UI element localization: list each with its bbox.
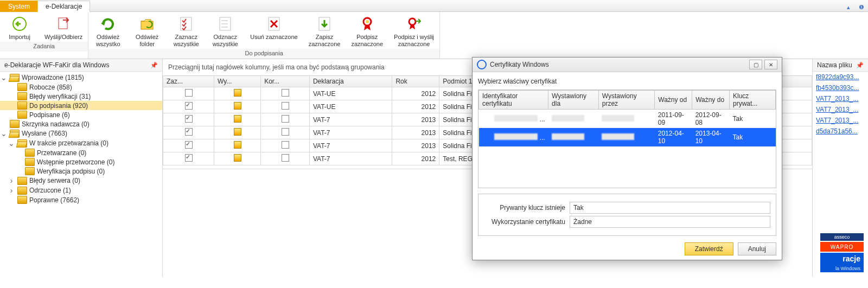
caret-open-icon[interactable]: ⌄ — [8, 139, 15, 148]
grid-header[interactable]: Kor... — [261, 76, 310, 87]
sign-send-selected-button[interactable]: Podpisz i wyślijzaznaczone — [388, 12, 439, 49]
cert-cell — [598, 128, 655, 146]
select-all-button[interactable]: Zaznaczwszystkie — [167, 12, 206, 49]
caret-closed-icon[interactable]: › — [8, 186, 15, 195]
tree-node[interactable]: Poprawne (7662) — [0, 195, 162, 204]
tab-system[interactable]: System — [0, 1, 38, 12]
send-receive-icon — [55, 15, 72, 33]
dialog-gear-icon — [477, 60, 487, 69]
folder-tree[interactable]: ⌄Wprowadzone (1815)Robocze (858)Błędy we… — [0, 72, 162, 277]
cert-grid-header[interactable]: Wystawiony przez — [598, 91, 655, 110]
checkbox-icon[interactable] — [282, 89, 289, 97]
sign-selected-label: Podpiszzaznaczone — [351, 34, 383, 48]
cert-grid-header[interactable]: Klucz prywat... — [730, 91, 776, 110]
tree-node[interactable]: Do podpisania (920) — [0, 101, 162, 110]
checkbox-icon[interactable] — [282, 141, 289, 149]
cert-grid-header[interactable]: Wystawiony dla — [548, 91, 599, 110]
tree-node[interactable]: Błędy weryfikacji (31) — [0, 92, 162, 101]
file-link[interactable]: VAT7_2013_... — [813, 115, 868, 126]
refresh-all-button[interactable]: Odświeżwszystko — [88, 12, 127, 49]
tree-node-label: Do podpisania (920) — [29, 102, 160, 110]
dialog-maximize-button[interactable]: ▢ — [749, 60, 762, 69]
tree-node[interactable]: ⌄Wprowadzone (1815) — [0, 73, 162, 82]
certificates-grid[interactable]: Identyfikator certyfikatuWystawiony dlaW… — [478, 90, 776, 146]
checkbox-icon[interactable] — [282, 115, 289, 123]
tab-edeklaracje[interactable]: e-Deklaracje — [37, 1, 90, 12]
folder-icon — [17, 187, 27, 195]
cert-row[interactable]: ...2012-04-102013-04-10Tak — [479, 128, 776, 146]
dialog-close-button[interactable]: ✕ — [764, 60, 777, 69]
grid-header[interactable]: Deklaracja — [309, 76, 392, 87]
tree-node[interactable]: Weryfikacja podpisu (0) — [0, 167, 162, 176]
import-button[interactable]: Importuj — [0, 12, 39, 42]
import-icon — [11, 15, 28, 33]
checkbox-icon[interactable] — [282, 102, 289, 110]
checkbox-icon[interactable] — [282, 154, 289, 162]
caret-open-icon[interactable]: ⌄ — [0, 129, 8, 138]
tree-node[interactable]: ⌄W trakcie przetwarzania (0) — [0, 138, 162, 148]
checkbox-icon[interactable] — [185, 89, 193, 97]
grid-header[interactable]: Zaz... — [163, 76, 214, 87]
table-cell — [261, 87, 310, 100]
checkbox-icon[interactable] — [185, 102, 193, 110]
checkbox-icon[interactable] — [282, 128, 289, 136]
pin-icon[interactable]: 📌 — [150, 62, 158, 69]
cert-grid-header[interactable]: Ważny od — [655, 91, 692, 110]
table-cell — [163, 87, 214, 100]
tree-node-label: Wprowadzone (1815) — [22, 74, 160, 81]
tree-node[interactable]: ⌄Wysłane (7663) — [0, 129, 162, 138]
tree-node-label: Błędy weryfikacji (31) — [29, 93, 160, 100]
cert-usage-value: Żadne — [570, 216, 770, 228]
table-cell — [261, 152, 310, 165]
file-link[interactable]: f8922da9c93... — [813, 72, 868, 82]
cert-grid-header[interactable]: Ważny do — [692, 91, 730, 110]
checkbox-icon[interactable] — [185, 141, 193, 149]
refresh-folder-button[interactable]: Odświeżfolder — [127, 12, 167, 49]
table-cell: 2013 — [392, 113, 439, 126]
help-icon[interactable]: ❶ — [857, 3, 866, 11]
caret-open-icon[interactable]: ⌄ — [0, 73, 8, 82]
folder-icon — [17, 196, 27, 204]
checkbox-icon[interactable] — [185, 154, 193, 162]
ribbon-group-zadania: Importuj Wyślij/Odbierz Zadania — [0, 12, 88, 59]
sign-selected-button[interactable]: Podpiszzaznaczone — [346, 12, 388, 49]
ribbon-up-icon[interactable]: ▴ — [844, 3, 853, 11]
tree-node[interactable]: ›Odrzucone (1) — [0, 185, 162, 195]
tree-node-label: Skrzynka nadawcza (0) — [22, 120, 160, 128]
cert-grid-header[interactable]: Identyfikator certyfikatu — [479, 91, 548, 110]
refresh-all-label: Odświeżwszystko — [96, 34, 120, 48]
table-cell: 2012 — [392, 87, 439, 100]
right-pin-icon[interactable]: 📌 — [856, 62, 864, 69]
checkbox-icon[interactable] — [185, 115, 193, 123]
checkbox-icon[interactable] — [185, 128, 193, 136]
cert-cell: 2013-04-10 — [692, 128, 730, 146]
save-selected-label: Zapiszzaznaczone — [309, 34, 341, 48]
status-marker-icon — [234, 141, 241, 149]
tree-node[interactable]: Robocze (858) — [0, 82, 162, 92]
cancel-button[interactable]: Anuluj — [738, 242, 776, 255]
file-link[interactable]: d5da751a56... — [813, 126, 868, 137]
tree-node[interactable]: ›Błędy serwera (0) — [0, 176, 162, 185]
save-selected-button[interactable]: Zapiszzaznaczone — [303, 12, 346, 49]
file-link[interactable]: VAT7_2013_... — [813, 93, 868, 104]
file-link[interactable]: fb4530b393c... — [813, 82, 868, 93]
table-cell: 2013 — [392, 126, 439, 139]
folder-icon — [17, 83, 27, 91]
ribbon-caption-zadania: Zadania — [0, 42, 88, 52]
tree-node[interactable]: Skrzynka nadawcza (0) — [0, 119, 162, 129]
file-link[interactable]: VAT7_2013_... — [813, 104, 868, 115]
delete-selected-button[interactable]: Usuń zaznaczone — [245, 12, 303, 49]
tree-node[interactable]: Podpisane (6) — [0, 110, 162, 119]
left-pane: e-Deklaracje WF-FaKir dla Windows 📌 ⌄Wpr… — [0, 59, 163, 277]
caret-closed-icon[interactable]: › — [8, 176, 15, 185]
tree-node-label: Wstępnie przetworzone (0) — [37, 158, 160, 166]
grid-header[interactable]: Wy... — [214, 76, 261, 87]
tree-node[interactable]: Przetwarzane (0) — [0, 148, 162, 157]
cert-row[interactable]: ...2011-09-092012-09-08Tak — [479, 110, 776, 129]
grid-header[interactable]: Rok — [392, 76, 439, 87]
deselect-all-button[interactable]: Odznaczwszystkie — [206, 12, 245, 49]
tree-node[interactable]: Wstępnie przetworzone (0) — [0, 157, 162, 167]
send-receive-button[interactable]: Wyślij/Odbierz — [39, 12, 88, 42]
confirm-button[interactable]: Zatwierdź — [685, 242, 733, 255]
status-marker-icon — [234, 102, 241, 110]
